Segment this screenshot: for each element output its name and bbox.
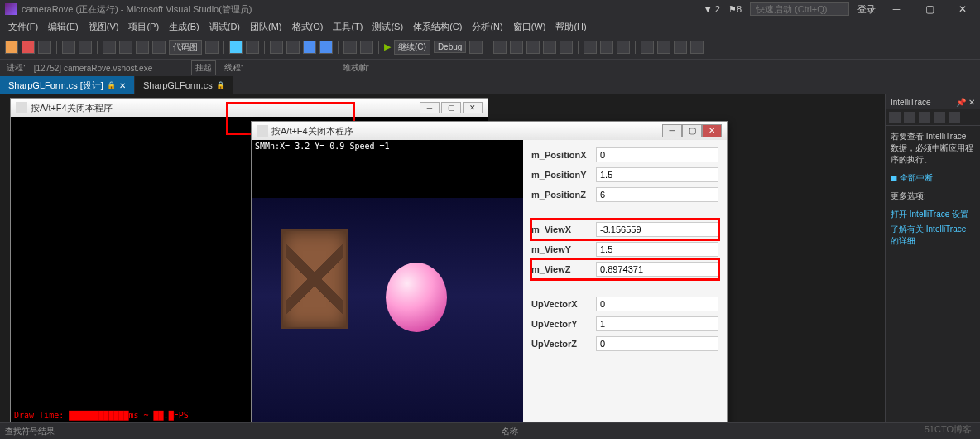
tb-icon[interactable] [543,41,556,54]
close-button[interactable]: ✕ [950,3,975,15]
win2-close-button[interactable]: ✕ [702,124,722,137]
tb-icon[interactable] [119,41,132,54]
prop-input-m_ViewY[interactable] [596,242,718,257]
win1-min-button[interactable]: ─ [420,102,440,113]
tb-icon[interactable] [136,41,149,54]
prop-input-UpVectorY[interactable] [596,316,718,331]
tb-icon[interactable] [246,41,259,54]
menu-view[interactable]: 视图(V) [84,19,124,35]
menu-team[interactable]: 团队(M) [245,19,287,35]
flag-icon[interactable]: ⚑8 [728,4,742,15]
prop-input-UpVectorX[interactable] [596,297,718,311]
menu-arch[interactable]: 体系结构(C) [408,19,467,35]
prop-input-m_PositionY[interactable] [596,167,718,182]
tab-code[interactable]: SharpGLForm.cs 🔒 [135,76,234,94]
maximize-button[interactable]: ▢ [917,3,942,15]
panel-pin-icon[interactable]: 📌 ✕ [956,98,975,107]
learn-link[interactable]: 了解有关 IntelliTrace 的详细 [886,222,980,248]
tb-icon[interactable] [600,41,613,54]
login-link[interactable]: 登录 [858,3,876,16]
settings-link[interactable]: 打开 IntelliTrace 设置 [886,207,980,222]
tb-icon[interactable] [657,41,670,54]
codemap-combo[interactable]: 代码图 [169,40,202,55]
window2-chrome[interactable]: 按A/t+F4关闭本程序 ─ ▢ ✕ [252,122,727,140]
suspend-button[interactable]: 挂起 [191,60,216,75]
panel-message: 若要查看 IntelliTrace 数据，必须中断应用程序的执行。 [886,126,980,171]
nav-fwd-button[interactable] [79,41,92,54]
menu-project[interactable]: 项目(P) [123,19,164,35]
stop-button[interactable] [22,41,35,54]
tool-icon[interactable] [904,112,915,123]
win1-close-button[interactable]: ✕ [463,102,483,113]
menu-file[interactable]: 文件(F) [3,19,43,35]
menu-test[interactable]: 测试(S) [368,19,408,35]
opengl-viewport[interactable]: SMMn:X=-3.2 Y=-0.9 Speed =1 Draw Time: 5… [252,140,523,439]
tb-icon[interactable] [469,41,483,54]
prop-input-m_PositionX[interactable] [596,147,718,162]
menubar: 文件(F) 编辑(E) 视图(V) 项目(P) 生成(B) 调试(D) 团队(M… [0,18,980,35]
menu-debug[interactable]: 调试(D) [204,19,245,35]
break-all-link[interactable]: ◼ 全部中断 [886,171,980,186]
crate-object [281,229,348,329]
close-tab-icon[interactable]: ✕ [119,81,126,90]
save-button[interactable] [303,41,316,54]
restart-button[interactable] [38,41,51,54]
titlebar: cameraRove (正在运行) - Microsoft Visual Stu… [0,0,980,18]
process-combo[interactable]: [12752] cameraRove.vshost.exe [34,64,183,73]
config-combo[interactable]: Debug [434,41,466,53]
panel-title: IntelliTrace [891,98,931,107]
menu-build[interactable]: 生成(B) [164,19,204,35]
prop-row-m_ViewX: m_ViewX [531,220,718,239]
quick-launch-input[interactable] [750,2,849,16]
redo-button[interactable] [360,41,373,54]
win2-max-button[interactable]: ▢ [682,124,702,137]
menu-analyze[interactable]: 分析(N) [467,19,507,35]
status-text: SMMn:X=-3.2 Y=-0.9 Speed =1 [255,142,390,151]
menu-help[interactable]: 帮助(H) [550,19,591,35]
win1-max-button[interactable]: ▢ [441,102,461,113]
vs-logo-icon [5,3,17,15]
menu-format[interactable]: 格式(O) [287,19,329,35]
nav-back-button[interactable] [62,41,75,54]
tb-icon[interactable] [526,41,540,54]
tb-icon[interactable] [229,41,243,54]
prop-input-m_PositionZ[interactable] [596,187,718,202]
prop-input-m_ViewX[interactable] [596,222,718,237]
tool-icon[interactable] [934,112,945,123]
tb-icon[interactable] [584,41,597,54]
menu-edit[interactable]: 编辑(E) [43,19,84,35]
menu-tools[interactable]: 工具(T) [328,19,368,35]
prop-row-m_PositionZ: m_PositionZ [531,185,718,205]
prop-input-UpVectorZ[interactable] [596,336,718,351]
save-all-button[interactable] [319,41,333,54]
prop-input-m_ViewZ[interactable] [596,262,718,277]
tb-icon[interactable] [560,41,573,54]
process-label: 进程: [7,62,26,74]
tb-icon[interactable] [205,41,219,54]
app-icon [257,125,268,137]
tb-icon[interactable] [493,41,507,54]
tb-icon[interactable] [286,41,300,54]
prop-row-m_ViewZ: m_ViewZ [531,259,718,279]
tb-icon[interactable] [270,41,283,54]
minimize-button[interactable]: ─ [884,3,909,15]
tb-icon[interactable] [510,41,523,54]
menu-window[interactable]: 窗口(W) [508,19,551,35]
tb-icon[interactable] [641,41,654,54]
undo-button[interactable] [343,41,357,54]
pause-button[interactable] [5,41,18,54]
tool-icon[interactable] [889,112,901,123]
tb-icon[interactable] [103,41,116,54]
tb-icon[interactable] [617,41,630,54]
notif-icon[interactable]: ▼ 2 [704,4,720,14]
tb-icon[interactable] [690,41,704,54]
sphere-object [386,263,447,332]
win2-min-button[interactable]: ─ [662,124,682,137]
tool-icon[interactable] [919,112,930,123]
tb-icon[interactable] [674,41,687,54]
tool-icon[interactable] [949,112,960,123]
tab-designer[interactable]: SharpGLForm.cs [设计] 🔒 ✕ [0,76,135,94]
continue-button[interactable]: 继续(C) [394,40,430,55]
prop-row-m_ViewY: m_ViewY [531,239,718,259]
tb-icon[interactable] [152,41,166,54]
